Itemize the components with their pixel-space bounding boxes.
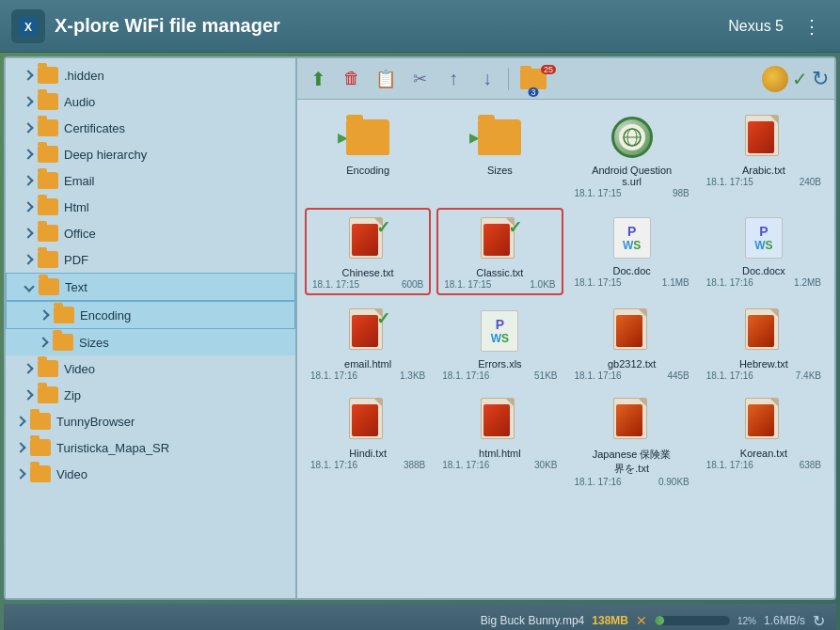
folder-icon bbox=[478, 119, 521, 155]
chevron-right-icon bbox=[15, 442, 25, 452]
status-cancel-button[interactable]: ✕ bbox=[636, 613, 647, 628]
sidebar-item-video[interactable]: Video bbox=[6, 355, 295, 382]
file-icon-wrap: ▶ bbox=[343, 113, 392, 162]
list-item[interactable]: P W S Doc.docx 18.1. 17:16 1.2MB bbox=[701, 208, 827, 295]
theme-button[interactable] bbox=[762, 66, 788, 92]
txt-overlay bbox=[748, 315, 774, 347]
sidebar-item-deep-hierarchy[interactable]: Deep hierarchy bbox=[6, 141, 295, 167]
sidebar-item-label: Video bbox=[56, 467, 87, 481]
file-icon-wrap bbox=[739, 113, 788, 162]
upload-button[interactable]: ↑ bbox=[438, 65, 468, 93]
file-name: Doc.docx bbox=[742, 265, 785, 276]
file-date: 18.1. 17:16 bbox=[706, 460, 753, 470]
sidebar-item-sizes[interactable]: Sizes bbox=[6, 329, 295, 355]
file-meta: 18.1. 17:15 1.0KB bbox=[442, 279, 557, 290]
delete-button[interactable]: 🗑 bbox=[337, 65, 367, 93]
sidebar-item-office[interactable]: Office bbox=[6, 220, 295, 246]
sidebar-item-label: Encoding bbox=[80, 308, 131, 323]
title-right: Nexus 5 ⋮ bbox=[728, 11, 829, 41]
main-area: .hidden Audio Certificates Deep hierarch… bbox=[4, 56, 836, 600]
file-size: 51KB bbox=[534, 370, 557, 381]
sidebar-item-tunnybrowser[interactable]: TunnyBrowser bbox=[6, 408, 295, 434]
list-item[interactable]: gb2312.txt 18.1. 17:16 445B bbox=[569, 301, 695, 385]
file-size: 1.0KB bbox=[530, 279, 555, 290]
sidebar-item-email[interactable]: Email bbox=[6, 167, 295, 194]
list-item[interactable]: P W S Doc.doc 18.1. 17:15 1.1MB bbox=[569, 208, 695, 295]
sidebar-item-encoding[interactable]: Encoding bbox=[6, 301, 295, 329]
list-item[interactable]: Hindi.txt 18.1. 17:16 388B bbox=[305, 390, 431, 491]
refresh-button[interactable]: ↻ bbox=[812, 67, 829, 91]
txt-bg bbox=[481, 398, 515, 439]
file-name: Android Questions.url bbox=[590, 165, 674, 187]
list-item[interactable]: ▶ Sizes bbox=[436, 107, 563, 202]
sidebar-item-label: .hidden bbox=[64, 69, 104, 83]
sidebar-item-certificates[interactable]: Certificates bbox=[6, 115, 295, 141]
sidebar-item-audio[interactable]: Audio bbox=[6, 88, 295, 115]
sidebar-item-html[interactable]: Html bbox=[6, 194, 295, 220]
file-meta: 18.1. 17:16 1.2MB bbox=[705, 277, 823, 288]
sidebar-item-label: Certificates bbox=[64, 121, 125, 135]
file-grid: ▶ Encoding ▶ Sizes bbox=[297, 100, 834, 598]
sidebar-item-video-root[interactable]: Video bbox=[6, 461, 295, 487]
list-item[interactable]: ▶ Encoding bbox=[305, 107, 431, 202]
check-button[interactable]: ✓ bbox=[792, 68, 808, 90]
letter-w: W bbox=[623, 239, 633, 252]
status-refresh-button[interactable]: ↻ bbox=[813, 612, 825, 630]
folder-icon bbox=[38, 198, 58, 215]
list-item[interactable]: Android Questions.url 18.1. 17:15 98B bbox=[569, 107, 695, 202]
sidebar-item-hidden[interactable]: .hidden bbox=[6, 62, 295, 88]
list-item[interactable]: ✓ Classic.txt 18.1. 17:15 1.0KB bbox=[436, 208, 563, 295]
list-item[interactable]: Arabic.txt 18.1. 17:15 240B bbox=[701, 107, 827, 202]
file-name: Hindi.txt bbox=[349, 448, 387, 459]
file-icon-wrap: ▶ bbox=[475, 113, 524, 162]
copy-button[interactable]: 📋 bbox=[371, 65, 401, 93]
file-date: 18.1. 17:16 bbox=[442, 460, 489, 470]
file-date: 18.1. 17:16 bbox=[310, 460, 357, 470]
folder-badge-group[interactable]: 2 25 3 bbox=[520, 69, 547, 89]
badge-count-mid: 25 bbox=[541, 65, 556, 74]
file-icon-wrap: P W S bbox=[739, 213, 788, 262]
chevron-right-icon bbox=[23, 70, 33, 80]
list-item[interactable]: Hebrew.txt 18.1. 17:16 7.4KB bbox=[701, 301, 827, 385]
file-name: Hebrew.txt bbox=[739, 358, 788, 370]
file-size: 1.3KB bbox=[400, 370, 425, 381]
list-item[interactable]: Korean.txt 18.1. 17:16 638B bbox=[701, 390, 827, 491]
file-meta: 18.1. 17:16 51KB bbox=[440, 370, 559, 381]
move-button[interactable]: ✂ bbox=[404, 65, 435, 93]
file-size: 7.4KB bbox=[796, 370, 821, 381]
file-name: Doc.doc bbox=[612, 265, 650, 276]
sidebar-item-text[interactable]: Text bbox=[6, 273, 295, 301]
file-size: 0.90KB bbox=[658, 477, 689, 487]
file-icon-wrap bbox=[608, 113, 657, 162]
folder-icon bbox=[38, 251, 58, 268]
list-item[interactable]: Japanese 保険業界を.txt 18.1. 17:16 0.90KB bbox=[569, 390, 695, 491]
download-button[interactable]: ↓ bbox=[472, 65, 502, 93]
file-size: 98B bbox=[673, 188, 689, 198]
txt-bg bbox=[745, 308, 779, 350]
sidebar-item-pdf[interactable]: PDF bbox=[6, 246, 295, 273]
office-xls-icon: P W S bbox=[481, 310, 518, 352]
file-name: Encoding bbox=[346, 165, 389, 176]
txt-icon bbox=[745, 115, 783, 160]
sidebar-item-turisticka[interactable]: Turisticka_Mapa_SR bbox=[6, 434, 295, 461]
back-button[interactable]: ⬆ bbox=[303, 65, 333, 93]
chevron-right-icon bbox=[23, 254, 33, 264]
file-date: 18.1. 17:15 bbox=[706, 177, 753, 187]
list-item[interactable]: P W S Errors.xls 18.1. 17:16 51KB bbox=[436, 301, 563, 385]
list-item[interactable]: ✓ email.html 18.1. 17:16 1.3KB bbox=[305, 301, 431, 385]
file-date: 18.1. 17:16 bbox=[706, 277, 753, 288]
file-size: 388B bbox=[404, 460, 425, 470]
sidebar-item-label: Office bbox=[64, 227, 96, 241]
file-size: 445B bbox=[667, 370, 689, 381]
file-icon-wrap bbox=[475, 396, 524, 445]
sidebar-item-label: PDF bbox=[64, 253, 88, 267]
list-item[interactable]: ✓ Chinese.txt 18.1. 17:15 600B bbox=[305, 208, 431, 295]
list-item[interactable]: html.html 18.1. 17:16 30KB bbox=[436, 390, 563, 491]
sidebar-item-zip[interactable]: Zip bbox=[6, 382, 295, 408]
txt-bg bbox=[613, 398, 647, 439]
folder-icon bbox=[38, 93, 58, 110]
txt-icon bbox=[613, 398, 651, 443]
menu-button[interactable]: ⋮ bbox=[795, 11, 829, 41]
office-doc-icon: P W S bbox=[613, 217, 651, 259]
sidebar: .hidden Audio Certificates Deep hierarch… bbox=[6, 58, 297, 598]
